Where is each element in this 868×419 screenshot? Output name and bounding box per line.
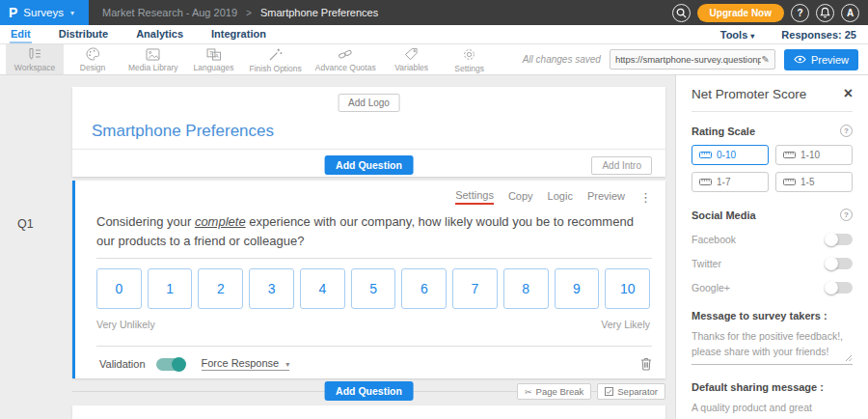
kebab-menu-icon[interactable]: ⋮	[639, 191, 652, 204]
add-question-button-bottom[interactable]: Add Question	[324, 381, 414, 401]
tool-languages[interactable]: TA Languages	[185, 44, 243, 74]
toggle-knob	[172, 357, 186, 372]
facebook-row: Facebook	[692, 234, 853, 245]
menubar-right: Tools ▾ Responses: 25	[720, 29, 856, 41]
add-intro-button[interactable]: Add Intro	[591, 156, 652, 175]
separator-button[interactable]: Separator	[597, 383, 665, 400]
tool-label: Finish Options	[250, 64, 302, 73]
default-sharing-message-field[interactable]: A quality product and great services, I …	[692, 400, 853, 419]
tool-finish-options[interactable]: Finish Options	[243, 44, 309, 74]
edit-url-pencil-icon[interactable]: ✎	[761, 54, 769, 65]
tab-copy[interactable]: Copy	[508, 190, 533, 204]
scale-option-0-10[interactable]: 0-10	[692, 145, 769, 165]
sharing-text: A quality product and great services, I …	[692, 402, 843, 419]
account-avatar[interactable]: A	[841, 4, 859, 22]
nps-option-0[interactable]: 0	[96, 268, 142, 309]
scale-option-label: 1-5	[800, 177, 814, 187]
break-buttons: ✂ Page Break Separator	[517, 383, 665, 400]
notifications-button[interactable]	[816, 4, 834, 22]
nps-option-2[interactable]: 2	[198, 268, 243, 309]
scale-option-1-10[interactable]: 1-10	[775, 145, 853, 165]
tool-label: Advance Quotas	[315, 63, 376, 72]
nps-option-7[interactable]: 7	[452, 268, 498, 309]
tool-workspace[interactable]: Workspace	[6, 44, 64, 74]
facebook-toggle[interactable]	[826, 234, 853, 245]
tab-settings[interactable]: Settings	[455, 189, 494, 205]
survey-title[interactable]: Smartphone Preferences	[92, 122, 274, 141]
preview-button[interactable]: Preview	[784, 49, 858, 70]
survey-url-input[interactable]	[615, 54, 762, 65]
add-question-button-top[interactable]: Add Question	[324, 155, 414, 175]
nps-option-10[interactable]: 10	[605, 268, 650, 309]
tab-logic[interactable]: Logic	[548, 190, 573, 204]
editor-toolbar: Workspace Design Media Library TA Langua…	[0, 44, 868, 75]
anchor-very-likely: Very Likely	[601, 319, 650, 330]
nps-option-9[interactable]: 9	[555, 268, 600, 309]
separator-label: Separator	[617, 386, 658, 397]
avatar-letter: A	[847, 8, 854, 18]
validation-value-label: Force Response	[202, 357, 280, 369]
upgrade-now-button[interactable]: Upgrade Now	[697, 4, 784, 22]
scale-option-1-5[interactable]: 1-5	[775, 172, 853, 192]
twitter-toggle[interactable]	[826, 258, 853, 269]
responses-count[interactable]: Responses: 25	[781, 29, 856, 41]
page-break-button[interactable]: ✂ Page Break	[517, 383, 591, 400]
breadcrumb: Market Research - Aug 2019 > Smartphone …	[102, 7, 378, 18]
menu-integration[interactable]: Integration	[210, 26, 267, 43]
facebook-label: Facebook	[692, 234, 736, 245]
breadcrumb-survey-name[interactable]: Smartphone Preferences	[260, 7, 378, 18]
question-text-pre: Considering your	[96, 214, 195, 229]
nps-option-1[interactable]: 1	[148, 268, 193, 309]
add-logo-button[interactable]: Add Logo	[338, 94, 400, 112]
nps-option-8[interactable]: 8	[503, 268, 549, 309]
breadcrumb-folder[interactable]: Market Research - Aug 2019	[102, 7, 237, 18]
toggle-knob	[825, 257, 838, 270]
search-button[interactable]	[672, 4, 691, 22]
tool-advance-quotas[interactable]: Advance Quotas	[309, 44, 383, 74]
question-tabs: Settings Copy Logic Preview ⋮	[455, 189, 652, 205]
tab-preview[interactable]: Preview	[587, 190, 625, 204]
toggle-knob	[825, 233, 838, 246]
separator-icon	[605, 387, 613, 396]
menu-distribute[interactable]: Distribute	[58, 26, 109, 43]
tools-menu[interactable]: Tools ▾	[720, 29, 755, 41]
tool-settings[interactable]: Settings	[441, 44, 499, 74]
default-sharing-message-label: Default sharing message :	[692, 381, 853, 393]
tool-variables[interactable]: Variables	[383, 44, 441, 74]
trash-icon	[640, 357, 652, 371]
menu-edit[interactable]: Edit	[10, 26, 32, 43]
chevron-down-icon: ▾	[285, 360, 289, 369]
help-icon[interactable]: ?	[840, 125, 853, 137]
tag-icon	[404, 47, 419, 61]
validation-type-dropdown[interactable]: Force Response ▾	[202, 357, 290, 371]
scale-option-label: 1-10	[800, 150, 820, 160]
sidebar-title: Net Promoter Score	[692, 87, 806, 101]
tool-media-library[interactable]: Media Library	[122, 44, 185, 74]
twitter-row: Twitter	[692, 258, 853, 269]
nps-option-5[interactable]: 5	[351, 268, 396, 309]
tool-design[interactable]: Design	[64, 44, 122, 74]
tool-label: Variables	[394, 63, 428, 72]
delete-question-button[interactable]	[640, 357, 652, 371]
googleplus-toggle[interactable]	[826, 282, 853, 293]
tools-label: Tools	[720, 29, 748, 41]
close-icon[interactable]: ×	[844, 86, 853, 101]
question-text[interactable]: Considering your complete experience wit…	[96, 212, 654, 251]
validation-toggle[interactable]	[156, 358, 185, 371]
nps-option-6[interactable]: 6	[401, 268, 447, 309]
resize-handle-icon[interactable]	[845, 354, 853, 362]
product-name: Surveys	[23, 7, 64, 18]
anchor-very-unlikely: Very Unlikely	[96, 319, 155, 330]
survey-header-card: Add Logo Smartphone Preferences Add Ques…	[72, 87, 665, 177]
menu-analytics[interactable]: Analytics	[135, 26, 184, 43]
message-to-survey-takers-field[interactable]: Thanks for the positive feedback!, pleas…	[692, 328, 853, 365]
nps-option-4[interactable]: 4	[300, 268, 345, 309]
scale-option-1-7[interactable]: 1-7	[692, 172, 769, 192]
nps-option-3[interactable]: 3	[249, 268, 294, 309]
palette-icon	[86, 47, 100, 61]
product-switcher[interactable]: P Surveys ▾	[0, 0, 89, 25]
divider	[96, 346, 652, 347]
help-button[interactable]: ?	[791, 4, 809, 22]
scissors-icon: ✂	[525, 387, 532, 397]
help-icon[interactable]: ?	[840, 209, 853, 221]
